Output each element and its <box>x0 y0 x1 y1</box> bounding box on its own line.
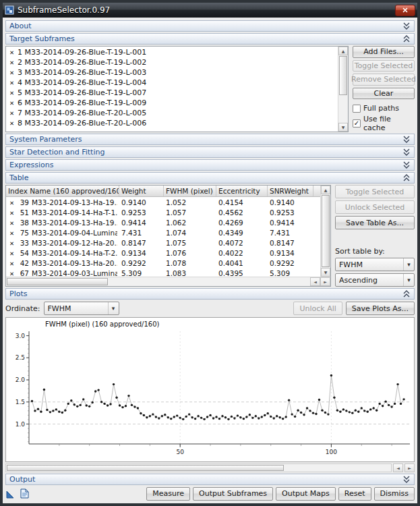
approved-x-icon[interactable] <box>8 58 16 67</box>
sort-field-dropdown[interactable]: FWHM <box>335 258 415 271</box>
file-list-item[interactable]: 8 M33-2014-09-26-Blue-T-20-L-006 <box>6 118 338 128</box>
cell-weight: 0.9134 <box>119 249 164 257</box>
measure-button[interactable]: Measure <box>146 487 190 501</box>
table-row[interactable]: 67M33-2014-09-03-Lumina...5.3091.0830.43… <box>6 268 320 277</box>
approved-x-icon[interactable] <box>8 99 16 107</box>
svg-text:2.5: 2.5 <box>16 354 25 361</box>
table-row[interactable]: 33M33-2014-09-12-Ha-20...0.81471.0750.40… <box>6 237 320 248</box>
file-list-vertical-scrollbar[interactable] <box>338 47 348 132</box>
scrollbar-thumb[interactable] <box>7 465 284 471</box>
fwhm-plot[interactable]: 1.01.52.02.53.050100FWHM (pixel) (160 ap… <box>6 318 414 461</box>
file-list-item[interactable]: 3 M33-2014-09-26-Blue-T-19-L-003 <box>6 67 338 78</box>
save-plots-as-button[interactable]: Save Plots As... <box>346 302 415 315</box>
column-header-index-name[interactable]: Index Name (160 approved/160) <box>6 186 119 196</box>
titlebar[interactable]: SubframeSelector.0.97 <box>3 3 417 18</box>
scroll-down-icon[interactable] <box>338 123 348 132</box>
section-header-system-parameters[interactable]: System Parameters <box>5 134 415 145</box>
clear-button[interactable]: Clear <box>353 88 415 100</box>
section-header-plots[interactable]: Plots <box>5 288 415 300</box>
close-button[interactable] <box>395 5 415 16</box>
approved-x-icon[interactable] <box>8 269 16 277</box>
remove-selected-button[interactable]: Remove Selected <box>353 74 415 86</box>
ordinate-dropdown[interactable]: FWHM <box>44 302 119 315</box>
column-header-snrweight[interactable]: SNRWeight <box>268 186 313 196</box>
table-horizontal-scrollbar[interactable] <box>6 277 330 286</box>
scroll-right-icon[interactable] <box>404 463 415 472</box>
scrollbar-thumb[interactable] <box>322 195 330 267</box>
use-file-cache-checkbox[interactable]: Use file cache <box>353 115 415 132</box>
column-header-fwhm[interactable]: FWHM (pixel) <box>164 186 216 196</box>
file-list-item[interactable]: 4 M33-2014-09-26-Blue-T-19-L-004 <box>6 78 338 88</box>
table-row[interactable]: 38M33-2014-09-13-Ha-19...0.94141.0620.42… <box>6 217 320 227</box>
table-row[interactable]: 39M33-2014-09-13-Ha-19...0.91401.0520.41… <box>6 197 320 207</box>
file-list-item[interactable]: 7 M33-2014-09-26-Blue-T-20-L-005 <box>6 108 338 118</box>
approved-x-icon[interactable] <box>8 88 16 97</box>
cell-snrweight: 7.431 <box>268 229 313 237</box>
approved-x-icon[interactable] <box>8 229 16 237</box>
file-name: 5 M33-2014-09-26-Blue-T-19-L-007 <box>18 88 146 97</box>
unlock-selected-button[interactable]: Unlock Selected <box>335 200 415 214</box>
cell-weight: 0.9414 <box>119 219 164 227</box>
scroll-left-icon[interactable] <box>310 277 320 286</box>
file-list-item[interactable]: 5 M33-2014-09-26-Blue-T-19-L-007 <box>6 88 338 98</box>
approved-x-icon[interactable] <box>8 249 16 257</box>
table-vertical-scrollbar[interactable] <box>320 186 330 277</box>
output-subframes-button[interactable]: Output Subframes <box>193 487 273 501</box>
scroll-up-icon[interactable] <box>321 186 330 194</box>
reset-button[interactable]: Reset <box>338 487 371 501</box>
approved-x-icon[interactable] <box>8 68 16 77</box>
approved-x-icon[interactable] <box>8 219 16 227</box>
table-row[interactable]: 42M33-2014-09-13-Ha-20...0.92921.0780.40… <box>6 258 320 268</box>
chevron-down-icon <box>403 274 414 286</box>
approved-x-icon[interactable] <box>8 78 16 87</box>
toggle-selected-button[interactable]: Toggle Selected <box>353 60 415 72</box>
new-instance-icon[interactable] <box>5 488 16 499</box>
approved-x-icon[interactable] <box>8 239 16 247</box>
section-header-star-detection[interactable]: Star Detection and Fitting <box>5 146 415 158</box>
cell-fwhm: 1.074 <box>164 229 216 237</box>
table-header-row[interactable]: Index Name (160 approved/160) Weight FWH… <box>6 186 320 197</box>
column-header-eccentricity[interactable]: Eccentricity <box>216 186 268 196</box>
section-header-target-subframes[interactable]: Target Subframes <box>5 33 415 45</box>
column-header-weight[interactable]: Weight <box>119 186 164 196</box>
output-maps-button[interactable]: Output Maps <box>276 487 336 501</box>
cell-weight: 0.9292 <box>119 259 164 267</box>
window-icon <box>5 5 14 15</box>
section-header-expressions[interactable]: Expressions <box>5 159 415 171</box>
section-header-output[interactable]: Output <box>5 474 415 485</box>
table-row[interactable]: 51M33-2014-09-14-Ha-T-1...0.92531.0570.4… <box>6 207 320 217</box>
file-list-item[interactable]: 2 M33-2014-09-26-Blue-T-19-L-002 <box>6 57 338 67</box>
dialog-body: About Target Subframes 1 M33-2014-09-26-… <box>3 18 417 503</box>
scroll-right-icon[interactable] <box>320 277 330 286</box>
plot-horizontal-scrollbar[interactable] <box>5 463 415 472</box>
dismiss-button[interactable]: Dismiss <box>374 487 415 501</box>
scroll-left-icon[interactable] <box>393 463 403 472</box>
cell-snrweight: 0.9253 <box>268 208 313 217</box>
table-toggle-selected-button[interactable]: Toggle Selected <box>335 185 415 198</box>
approved-x-icon[interactable] <box>8 259 16 267</box>
file-list-item[interactable]: 1 M33-2014-09-26-Blue-T-19-L-001 <box>6 47 338 57</box>
approved-x-icon[interactable] <box>8 119 16 128</box>
approved-x-icon[interactable] <box>8 208 16 217</box>
approved-x-icon[interactable] <box>8 48 16 57</box>
scroll-up-icon[interactable] <box>338 47 348 55</box>
browse-documentation-icon[interactable] <box>19 488 30 499</box>
approved-x-icon[interactable] <box>8 198 16 206</box>
add-files-button[interactable]: Add Files... <box>353 46 415 58</box>
full-paths-checkbox[interactable]: Full paths <box>353 104 415 113</box>
table-row[interactable]: 54M33-2014-09-14-Ha-T-2...0.91341.0760.4… <box>6 248 320 258</box>
section-header-about[interactable]: About <box>5 20 415 32</box>
scrollbar-thumb[interactable] <box>7 278 108 285</box>
approved-x-icon[interactable] <box>8 109 16 117</box>
unlock-all-button[interactable]: Unlock All <box>293 302 342 315</box>
scrollbar-thumb[interactable] <box>339 56 347 95</box>
cell-snrweight: 0.9292 <box>268 259 313 267</box>
scroll-down-icon[interactable] <box>321 268 330 277</box>
table-row[interactable]: 75M33-2014-09-04-Lumina...7.4311.0740.43… <box>6 227 320 237</box>
sort-order-value: Ascending <box>339 276 403 285</box>
save-table-as-button[interactable]: Save Table As... <box>335 216 415 229</box>
section-header-table[interactable]: Table <box>5 172 415 184</box>
cell-snrweight: 0.8147 <box>268 239 313 247</box>
sort-order-dropdown[interactable]: Ascending <box>335 273 415 287</box>
file-list-item[interactable]: 6 M33-2014-09-26-Blue-T-19-L-009 <box>6 98 338 108</box>
